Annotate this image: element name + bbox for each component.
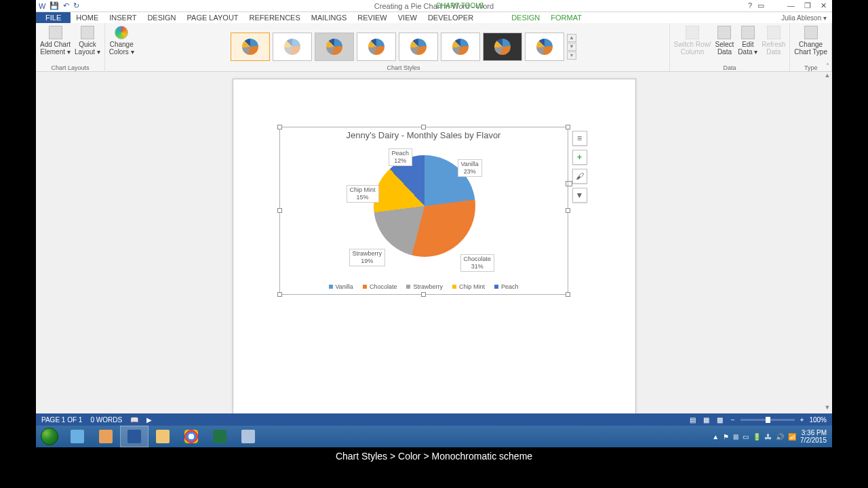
legend-item[interactable]: Strawberry <box>406 283 443 290</box>
word-app-icon: W <box>39 2 45 10</box>
chart-style-1[interactable] <box>231 33 270 61</box>
data-label-peach[interactable]: Peach12% <box>389 148 413 166</box>
user-account[interactable]: Julia Ableson ▾ <box>781 14 832 22</box>
taskbar-word[interactable] <box>120 426 149 447</box>
tray-show-hidden-icon[interactable]: ▲ <box>712 433 719 441</box>
data-label-chocolate[interactable]: Chocolate31% <box>460 254 495 272</box>
legend-item[interactable]: Vanilla <box>329 283 353 290</box>
web-layout-icon[interactable]: ▩ <box>714 416 726 424</box>
change-colors-icon <box>115 26 128 39</box>
resize-handle[interactable] <box>421 125 426 129</box>
read-mode-icon[interactable]: ▤ <box>687 416 698 424</box>
tab-references[interactable]: REFERENCES <box>244 14 306 22</box>
zoom-out-button[interactable]: − <box>731 416 735 424</box>
start-button[interactable] <box>36 426 63 447</box>
legend-item[interactable]: Chocolate <box>363 283 397 290</box>
zoom-in-button[interactable]: + <box>800 416 804 424</box>
legend-item[interactable]: Chip Mint <box>452 283 485 290</box>
chart-elements-button[interactable]: + <box>572 150 587 165</box>
tab-chart-design[interactable]: DESIGN <box>506 14 545 22</box>
tab-review[interactable]: REVIEW <box>352 14 392 22</box>
page-indicator[interactable]: PAGE 1 OF 1 <box>41 416 82 424</box>
chart-style-7[interactable] <box>483 33 522 61</box>
macro-icon[interactable]: ▶ <box>146 416 152 424</box>
layout-options-button[interactable]: ≡ <box>572 131 587 146</box>
edit-data-button[interactable]: Edit Data ▾ <box>736 24 759 57</box>
data-label-chipmint[interactable]: Chip Mint15% <box>347 185 379 203</box>
chart-object[interactable]: Jenny's Dairy - Monthly Sales by Flavor … <box>279 127 568 295</box>
collapse-ribbon-icon[interactable]: ˄ <box>826 62 829 70</box>
tray-network-icon[interactable]: 🖧 <box>765 433 772 441</box>
resize-handle[interactable] <box>277 292 282 297</box>
add-chart-element-button[interactable]: Add Chart Element ▾ <box>39 24 72 57</box>
tray-volume-icon[interactable]: 🔊 <box>776 433 784 441</box>
taskbar-chrome[interactable] <box>177 426 205 447</box>
save-icon[interactable]: 💾 <box>50 1 59 10</box>
scroll-up-icon[interactable]: ▲ <box>823 72 832 81</box>
tab-mailings[interactable]: MAILINGS <box>306 14 353 22</box>
taskbar-excel[interactable] <box>205 426 234 447</box>
chart-filters-button[interactable]: ▼ <box>572 188 587 203</box>
tray-windows-icon[interactable]: ⊞ <box>733 433 738 441</box>
data-label-vanilla[interactable]: Vanilla23% <box>458 159 482 177</box>
restore-button[interactable]: ❐ <box>804 1 811 10</box>
file-tab[interactable]: FILE <box>36 12 71 23</box>
tab-home[interactable]: HOME <box>71 14 104 22</box>
change-colors-button[interactable]: Change Colors ▾ <box>108 24 136 57</box>
document-area[interactable]: Jenny's Dairy - Monthly Sales by Flavor … <box>36 72 832 413</box>
taskbar-paint[interactable] <box>92 426 120 447</box>
proofing-icon[interactable]: 📖 <box>130 416 138 424</box>
taskbar-clock[interactable]: 3:36 PM 7/2/2015 <box>800 429 827 444</box>
vertical-scrollbar[interactable]: ▲ ▼ <box>823 72 832 413</box>
gallery-more-icon[interactable]: ▾ <box>567 52 576 60</box>
zoom-knob[interactable] <box>766 417 770 423</box>
tab-chart-format[interactable]: FORMAT <box>545 14 587 22</box>
tab-design[interactable]: DESIGN <box>142 14 181 22</box>
legend-item[interactable]: Peach <box>494 283 519 290</box>
plot-area[interactable]: Vanilla23% Chocolate31% Strawberry19% Ch… <box>280 140 568 276</box>
tab-view[interactable]: VIEW <box>393 14 422 22</box>
taskbar-calculator[interactable] <box>234 426 262 447</box>
taskbar-magnifier[interactable] <box>63 426 92 447</box>
print-layout-icon[interactable]: ▦ <box>701 416 712 424</box>
redo-icon[interactable]: ↻ <box>73 1 79 10</box>
layout-anchor-icon[interactable] <box>566 181 572 186</box>
chart-legend[interactable]: Vanilla Chocolate Strawberry Chip Mint P… <box>280 283 568 290</box>
resize-handle[interactable] <box>566 125 570 129</box>
word-window: W 💾 ↶ ↻ Creating a Pie Chart in Word - W… <box>36 0 832 426</box>
zoom-slider[interactable] <box>741 419 795 421</box>
chart-style-5[interactable] <box>399 33 438 61</box>
chart-styles-button[interactable]: 🖌 <box>572 169 587 184</box>
chart-style-8[interactable] <box>525 33 564 61</box>
close-button[interactable]: ✕ <box>821 1 827 10</box>
tray-action-center-icon[interactable]: 📶 <box>788 433 796 441</box>
scroll-down-icon[interactable]: ▼ <box>823 404 832 413</box>
taskbar-explorer[interactable] <box>149 426 177 447</box>
ribbon-display-options-icon[interactable]: ▭ <box>757 1 764 10</box>
chart-style-4[interactable] <box>357 33 396 61</box>
gallery-up-icon[interactable]: ▲ <box>567 34 576 42</box>
tab-page-layout[interactable]: PAGE LAYOUT <box>182 14 244 22</box>
select-data-button[interactable]: Select Data <box>714 24 736 57</box>
zoom-level[interactable]: 100% <box>809 416 827 424</box>
help-icon[interactable]: ? <box>748 1 752 10</box>
page[interactable]: Jenny's Dairy - Monthly Sales by Flavor … <box>233 79 636 413</box>
tray-tablet-icon[interactable]: ▭ <box>743 433 749 441</box>
chart-style-6[interactable] <box>441 33 480 61</box>
chart-style-3[interactable] <box>315 33 354 61</box>
tray-battery-icon[interactable]: 🔋 <box>753 433 761 441</box>
minimize-button[interactable]: — <box>787 1 795 10</box>
undo-icon[interactable]: ↶ <box>63 1 69 10</box>
word-count[interactable]: 0 WORDS <box>90 416 122 424</box>
tab-developer[interactable]: DEVELOPER <box>422 14 479 22</box>
change-chart-type-button[interactable]: Change Chart Type <box>793 24 829 57</box>
chart-style-2[interactable] <box>273 33 312 61</box>
data-label-strawberry[interactable]: Strawberry19% <box>349 249 386 266</box>
quick-layout-button[interactable]: Quick Layout ▾ <box>73 24 102 57</box>
tab-insert[interactable]: INSERT <box>104 14 142 22</box>
resize-handle[interactable] <box>421 292 426 297</box>
tray-flag-icon[interactable]: ⚑ <box>723 433 729 441</box>
resize-handle[interactable] <box>566 292 570 297</box>
gallery-down-icon[interactable]: ▼ <box>567 43 576 51</box>
resize-handle[interactable] <box>277 125 282 129</box>
